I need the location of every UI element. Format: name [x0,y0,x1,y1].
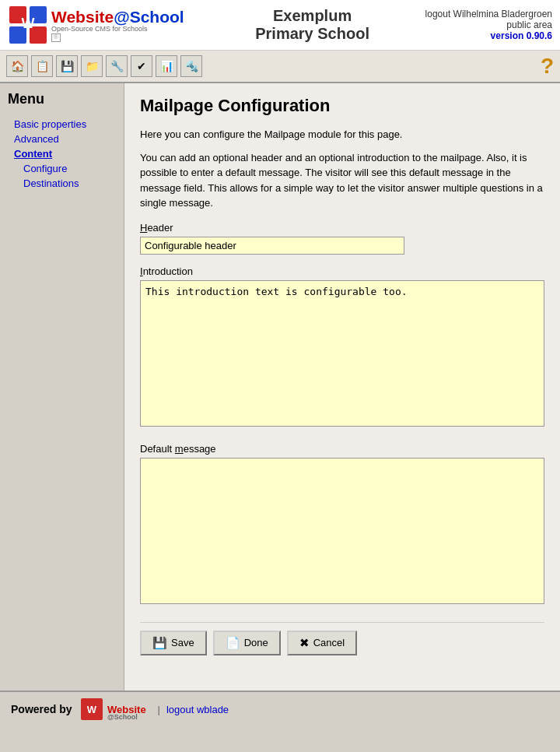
user-area: logout Wilhelmina Bladergroen public are… [425,9,552,41]
content-area: Mailpage Configuration Here you can conf… [124,83,560,691]
logo-tagline: Open-Source CMS for Schools [51,26,184,33]
footer-logo-icon: W Website @School [81,698,151,720]
page-title: Mailpage Configuration [140,96,544,116]
sidebar-item-destinations[interactable]: Destinations [8,176,116,191]
button-bar: 💾 Save 📄 Done ✖ Cancel [140,622,544,655]
done-icon: 📄 [226,636,240,650]
header-field-label: Header [140,222,544,234]
sidebar-item-content[interactable]: Content [8,146,116,161]
toolbar-tools-icon[interactable]: 🔧 [106,55,128,77]
done-button-label: Done [244,637,268,648]
svg-text:W: W [87,704,97,715]
intro-textarea[interactable]: This introduction text is configurable t… [140,280,544,427]
sidebar: Menu Basic properties Advanced Content C… [0,83,124,691]
intro-field-label: Introduction [140,265,544,277]
save-button[interactable]: 💾 Save [140,631,207,655]
main-layout: Menu Basic properties Advanced Content C… [0,83,560,691]
user-area-label: public area [425,19,552,30]
sidebar-item-advanced[interactable]: Advanced [8,132,116,146]
sidebar-item-basic-properties[interactable]: Basic properties [8,117,116,132]
save-button-label: Save [171,637,194,648]
cancel-button-label: Cancel [313,637,345,648]
version-label: version 0.90.6 [425,30,552,41]
logo-website-text: Website [51,8,114,26]
registered-mark: ® [51,33,61,42]
svg-text:@School: @School [107,713,138,720]
description-1: Here you can configure the Mailpage modu… [140,127,544,142]
logo-area: W Website@School Open-Source CMS for Sch… [8,5,184,45]
footer-powered-by: Powered by W Website @School [11,698,151,720]
footer-separator: | [157,704,159,715]
default-msg-textarea[interactable] [140,458,544,604]
school-name-area: Exemplum Primary School [184,7,425,43]
header-input[interactable] [140,237,404,255]
intro-underline-i: I [140,265,143,277]
logo-puzzle-icon: W [8,5,48,45]
powered-by-text: Powered by [11,703,72,715]
cancel-button[interactable]: ✖ Cancel [287,631,357,655]
toolbar-folder-icon[interactable]: 📁 [81,55,103,77]
help-icon[interactable]: ? [541,54,554,79]
toolbar-page-icon[interactable]: 📋 [31,55,53,77]
toolbar-check-icon[interactable]: ✔ [131,55,152,77]
school-name-line2: Primary School [200,25,425,43]
toolbar-home-icon[interactable]: 🏠 [6,55,28,77]
toolbar-save-icon[interactable]: 💾 [56,55,78,77]
footer: Powered by W Website @School | logout wb… [0,691,560,726]
sidebar-item-configure[interactable]: Configure [8,161,116,176]
logo-school-text: School [130,8,184,26]
footer-logout-link[interactable]: logout wblade [166,704,229,715]
sidebar-title: Menu [8,91,116,107]
default-msg-label: Default message [140,443,544,455]
school-name-line1: Exemplum [200,7,425,25]
logo-at-text: @ [114,8,129,26]
toolbar: 🏠 📋 💾 📁 🔧 ✔ 📊 🔩 ? [0,51,560,83]
save-icon: 💾 [152,636,167,650]
user-logout-text: logout Wilhelmina Bladergroen [425,9,552,19]
header-underline-h: H [140,222,147,234]
default-msg-underline-m: m [175,443,184,455]
toolbar-settings-icon[interactable]: 🔩 [180,55,202,77]
svg-text:W: W [22,16,35,31]
description-2: You can add an optional header and an op… [140,150,544,211]
toolbar-chart-icon[interactable]: 📊 [156,55,177,77]
cancel-icon: ✖ [299,636,310,650]
page-header: W Website@School Open-Source CMS for Sch… [0,0,560,51]
done-button[interactable]: 📄 Done [213,631,281,655]
